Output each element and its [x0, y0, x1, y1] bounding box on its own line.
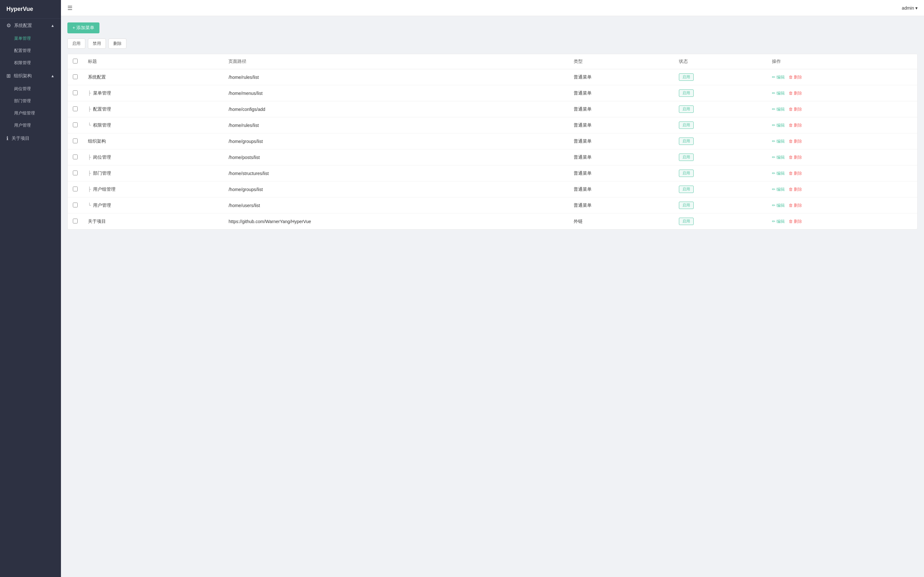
cell-status: 启用: [674, 165, 767, 181]
cell-title: └ 用户管理: [83, 197, 223, 213]
edit-icon: ✏: [772, 219, 775, 224]
disable-button[interactable]: 禁用: [88, 39, 106, 49]
cell-type: 普通菜单: [569, 149, 674, 165]
row-checkbox[interactable]: [73, 203, 78, 207]
status-badge: 启用: [679, 153, 694, 161]
gear-icon: ⚙: [6, 23, 11, 29]
delete-label: 删除: [794, 203, 802, 208]
cell-status: 启用: [674, 197, 767, 213]
edit-button[interactable]: ✏ 编辑: [772, 219, 785, 224]
delete-icon: 🗑: [788, 139, 793, 143]
sidebar-item-permission[interactable]: 权限管理: [0, 57, 61, 69]
delete-label: 删除: [794, 155, 802, 160]
cell-path: /home/structures/list: [223, 165, 569, 181]
row-checkbox[interactable]: [73, 106, 78, 111]
username: admin: [902, 5, 914, 11]
delete-label: 删除: [794, 139, 802, 144]
cell-title: 关于项目: [83, 213, 223, 229]
cell-status: 启用: [674, 181, 767, 197]
row-checkbox[interactable]: [73, 187, 78, 191]
user-menu[interactable]: admin ▾: [902, 5, 918, 11]
table-row: 组织架构 /home/groups/list 普通菜单 启用 ✏ 编辑 🗑 删除: [68, 133, 917, 149]
cell-title: ├ 部门管理: [83, 165, 223, 181]
cell-title: 组织架构: [83, 133, 223, 149]
row-checkbox[interactable]: [73, 171, 78, 175]
edit-button[interactable]: ✏ 编辑: [772, 74, 785, 80]
delete-button[interactable]: 🗑 删除: [788, 187, 802, 192]
table-row: ├ 部门管理 /home/structures/list 普通菜单 启用 ✏ 编…: [68, 165, 917, 181]
edit-button[interactable]: ✏ 编辑: [772, 203, 785, 208]
row-checkbox[interactable]: [73, 90, 78, 95]
edit-button[interactable]: ✏ 编辑: [772, 155, 785, 160]
sidebar-item-usergroup[interactable]: 用户组管理: [0, 107, 61, 119]
cell-type: 普通菜单: [569, 69, 674, 85]
sidebar-group-system-label: 系统配置: [14, 23, 32, 29]
edit-icon: ✏: [772, 123, 775, 127]
cell-path: /home/configs/add: [223, 101, 569, 117]
delete-button[interactable]: 🗑 删除: [788, 171, 802, 176]
sidebar-item-dept[interactable]: 部门管理: [0, 95, 61, 107]
edit-button[interactable]: ✏ 编辑: [772, 171, 785, 176]
delete-button[interactable]: 🗑 删除: [788, 155, 802, 160]
edit-button[interactable]: ✏ 编辑: [772, 187, 785, 192]
row-checkbox[interactable]: [73, 219, 78, 223]
edit-button[interactable]: ✏ 编辑: [772, 90, 785, 96]
delete-button[interactable]: 🗑 删除: [788, 106, 802, 112]
delete-label: 删除: [794, 106, 802, 112]
sidebar-item-menu[interactable]: 菜单管理: [0, 32, 61, 45]
sidebar-item-about[interactable]: ℹ 关于项目: [0, 131, 61, 145]
edit-label: 编辑: [776, 74, 785, 80]
edit-label: 编辑: [776, 155, 785, 160]
enable-button[interactable]: 启用: [67, 39, 86, 49]
sidebar-group-org[interactable]: ⊞ 组织架构 ▲: [0, 69, 61, 83]
table-row: ├ 用户组管理 /home/groups/list 普通菜单 启用 ✏ 编辑 🗑…: [68, 181, 917, 197]
chevron-up-icon-org: ▲: [51, 74, 55, 78]
cell-actions: ✏ 编辑 🗑 删除: [767, 85, 917, 101]
cell-path: /home/rules/list: [223, 117, 569, 133]
cell-type: 普通菜单: [569, 117, 674, 133]
delete-label: 删除: [794, 219, 802, 224]
cell-title: 系统配置: [83, 69, 223, 85]
delete-bulk-button[interactable]: 删除: [108, 39, 126, 49]
cell-path: /home/groups/list: [223, 133, 569, 149]
cell-title: ├ 配置管理: [83, 101, 223, 117]
delete-button[interactable]: 🗑 删除: [788, 74, 802, 80]
status-badge: 启用: [679, 185, 694, 193]
cell-status: 启用: [674, 69, 767, 85]
col-type: 类型: [569, 54, 674, 69]
sidebar: HyperVue ⚙ 系统配置 ▲ 菜单管理 配置管理 权限管理 ⊞ 组织架构 …: [0, 0, 61, 577]
add-menu-button[interactable]: + 添加菜单: [67, 23, 99, 33]
sidebar-group-system[interactable]: ⚙ 系统配置 ▲: [0, 19, 61, 32]
edit-button[interactable]: ✏ 编辑: [772, 139, 785, 144]
row-checkbox[interactable]: [73, 155, 78, 159]
row-checkbox[interactable]: [73, 122, 78, 127]
status-badge: 启用: [679, 137, 694, 145]
edit-icon: ✏: [772, 107, 775, 111]
delete-label: 删除: [794, 90, 802, 96]
cell-path: https://github.com/WarnerYang/HyperVue: [223, 213, 569, 229]
bulk-actions: 启用 禁用 删除: [67, 39, 918, 49]
delete-button[interactable]: 🗑 删除: [788, 203, 802, 208]
cell-type: 普通菜单: [569, 133, 674, 149]
menu-toggle-icon[interactable]: ☰: [67, 5, 73, 11]
sidebar-item-user[interactable]: 用户管理: [0, 119, 61, 131]
table-row: 系统配置 /home/rules/list 普通菜单 启用 ✏ 编辑 🗑 删除: [68, 69, 917, 85]
row-checkbox[interactable]: [73, 74, 78, 79]
sidebar-item-post[interactable]: 岗位管理: [0, 83, 61, 95]
delete-icon: 🗑: [788, 75, 793, 79]
edit-label: 编辑: [776, 219, 785, 224]
cell-title: ├ 岗位管理: [83, 149, 223, 165]
cell-actions: ✏ 编辑 🗑 删除: [767, 69, 917, 85]
edit-button[interactable]: ✏ 编辑: [772, 106, 785, 112]
delete-button[interactable]: 🗑 删除: [788, 219, 802, 224]
row-checkbox[interactable]: [73, 139, 78, 143]
edit-label: 编辑: [776, 122, 785, 128]
info-icon: ℹ: [6, 135, 8, 141]
delete-button[interactable]: 🗑 删除: [788, 90, 802, 96]
delete-button[interactable]: 🗑 删除: [788, 139, 802, 144]
sidebar-item-config[interactable]: 配置管理: [0, 45, 61, 57]
select-all-checkbox[interactable]: [73, 59, 78, 63]
edit-button[interactable]: ✏ 编辑: [772, 122, 785, 128]
delete-button[interactable]: 🗑 删除: [788, 122, 802, 128]
cell-type: 外链: [569, 213, 674, 229]
